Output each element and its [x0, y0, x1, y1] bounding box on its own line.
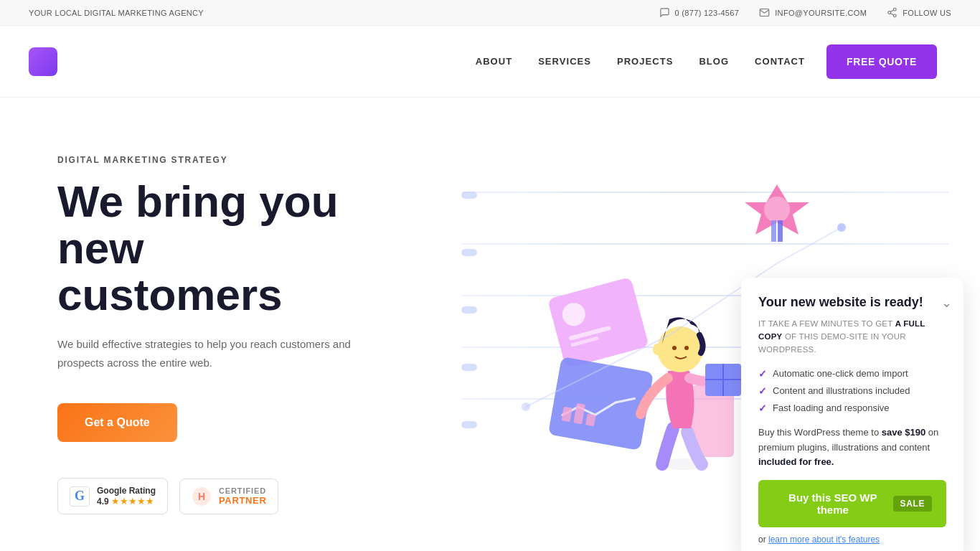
nav-services[interactable]: SERVICES: [538, 56, 591, 67]
svg-point-26: [657, 326, 703, 372]
main-nav: ABOUT SERVICES PROJECTS BLOG CONTACT: [476, 56, 805, 67]
popup-description: IT TAKE A FEW MINUTES TO GET A FULL COPY…: [758, 317, 946, 357]
google-score: 4.9: [97, 496, 109, 507]
hero-left: DIGITAL MARKETING STRATEGY We bring you …: [0, 98, 430, 551]
google-badge-text: Google Rating 4.9 ★★★★★: [97, 486, 156, 507]
popup-learn-more: or learn more about it's features: [758, 534, 946, 545]
sale-badge: SALE: [893, 496, 932, 512]
feature-item-2: ✓ Content and illustrations included: [758, 385, 946, 397]
svg-line-4: [891, 10, 894, 11]
nav-contact[interactable]: CONTACT: [755, 56, 805, 67]
google-badge: G Google Rating 4.9 ★★★★★: [57, 478, 168, 514]
badges-row: G Google Rating 4.9 ★★★★★ H: [57, 478, 387, 514]
svg-rect-18: [548, 357, 654, 451]
email-icon: [759, 7, 770, 18]
google-stars: ★★★★★: [111, 496, 154, 507]
svg-point-28: [684, 346, 689, 350]
follow-item[interactable]: FOLLOW US: [887, 7, 951, 18]
agency-label: YOUR LOCAL DIGITAL MARKETING AGENCY: [29, 9, 204, 17]
nav-blog[interactable]: BLOG: [699, 56, 729, 67]
svg-point-2: [894, 14, 897, 17]
svg-point-0: [894, 8, 897, 11]
check-icon-2: ✓: [758, 385, 767, 397]
svg-point-1: [888, 11, 891, 14]
google-score-row: 4.9 ★★★★★: [97, 496, 156, 507]
certified-label: Certified: [219, 486, 266, 495]
logo: [29, 47, 57, 76]
header: ABOUT SERVICES PROJECTS BLOG CONTACT FRE…: [0, 26, 980, 98]
illustration-area: ⌄ Your new website is ready! IT TAKE A F…: [461, 149, 949, 507]
hero-subtitle: DIGITAL MARKETING STRATEGY: [57, 155, 387, 165]
phone-number: 0 (877) 123-4567: [675, 9, 740, 17]
logo-shape: [29, 47, 57, 76]
svg-point-27: [672, 346, 677, 350]
hero-right: ⌄ Your new website is ready! IT TAKE A F…: [430, 98, 980, 551]
svg-rect-14: [547, 277, 649, 369]
check-icon-3: ✓: [758, 402, 767, 414]
dot-2: [461, 249, 477, 256]
dot-1: [461, 192, 477, 199]
google-rating-label: Google Rating: [97, 486, 156, 496]
svg-point-30: [837, 223, 846, 232]
hubspot-badge-text: Certified PARTNER: [219, 486, 266, 506]
popup-title: Your new website is ready!: [758, 295, 946, 310]
share-icon: [887, 7, 897, 18]
chat-icon: [659, 7, 670, 18]
follow-label: FOLLOW US: [903, 9, 951, 17]
check-icon-1: ✓: [758, 368, 767, 380]
feature-item-3: ✓ Fast loading and responsive: [758, 402, 946, 414]
popup-card: ⌄ Your new website is ready! IT TAKE A F…: [741, 278, 963, 551]
feature-item-1: ✓ Automatic one-click demo import: [758, 368, 946, 380]
dot-4: [461, 364, 477, 371]
get-quote-button[interactable]: Get a Quote: [57, 403, 177, 442]
buy-theme-button[interactable]: Buy this SEO WP theme SALE: [758, 480, 946, 527]
svg-point-29: [653, 344, 661, 355]
partner-label: PARTNER: [219, 495, 266, 506]
chevron-down-icon[interactable]: ⌄: [941, 295, 952, 311]
hubspot-icon: H: [192, 486, 212, 507]
left-dots: [461, 192, 477, 428]
email-item[interactable]: INFO@YOURSITE.COM: [759, 7, 867, 18]
top-bar: YOUR LOCAL DIGITAL MARKETING AGENCY 0 (8…: [0, 0, 980, 26]
svg-rect-13: [778, 220, 783, 242]
google-g-icon: G: [70, 486, 90, 507]
free-quote-button[interactable]: FREE QUOTE: [826, 44, 937, 79]
hero-title: We bring you new customers: [57, 178, 387, 318]
learn-more-link[interactable]: learn more about it's features: [768, 534, 880, 545]
nav-about[interactable]: ABOUT: [476, 56, 512, 67]
dot-5: [461, 421, 477, 428]
hubspot-logo-icon: H: [192, 486, 212, 507]
popup-buy-text: Buy this WordPress theme to save $190 on…: [758, 425, 946, 470]
svg-point-11: [764, 197, 790, 222]
svg-rect-12: [771, 220, 776, 242]
email-address: INFO@YOURSITE.COM: [775, 9, 867, 17]
top-bar-right: 0 (877) 123-4567 INFO@YOURSITE.COM FOLLO…: [659, 7, 951, 18]
dot-3: [461, 306, 477, 314]
popup-features-list: ✓ Automatic one-click demo import ✓ Cont…: [758, 368, 946, 414]
phone-item[interactable]: 0 (877) 123-4567: [659, 7, 740, 18]
hero-description: We build effective strategies to help yo…: [57, 335, 380, 372]
nav-projects[interactable]: PROJECTS: [617, 56, 673, 67]
svg-point-31: [522, 402, 530, 411]
hubspot-badge: H Certified PARTNER: [179, 479, 278, 514]
hero-section: DIGITAL MARKETING STRATEGY We bring you …: [0, 98, 980, 551]
svg-text:H: H: [198, 491, 205, 502]
buy-theme-label: Buy this SEO WP theme: [773, 491, 893, 516]
svg-line-3: [891, 13, 894, 14]
